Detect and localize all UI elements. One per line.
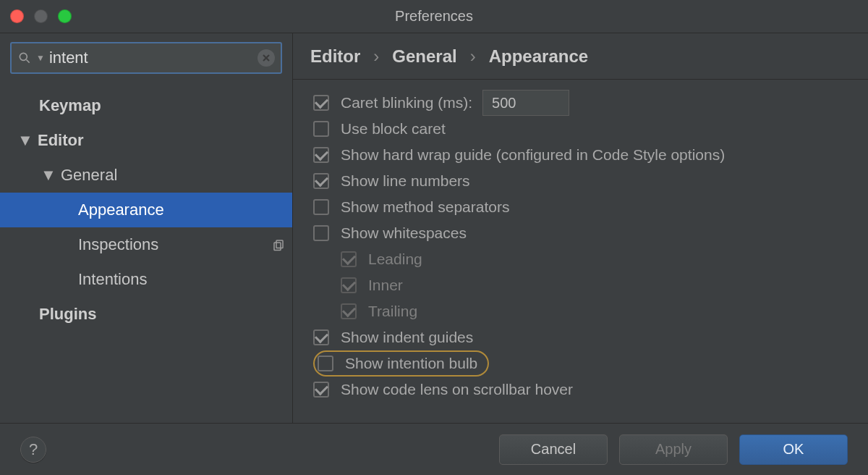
option-label: Show indent guides [341,329,473,346]
breadcrumb-appearance: Appearance [489,46,588,67]
option-row: Show hard wrap guide (configured in Code… [313,142,851,168]
breadcrumb-general[interactable]: General [392,46,456,67]
option-label: Trailing [368,303,417,320]
option-label: Caret blinking (ms): [341,94,472,112]
sidebar-item-label: Editor [38,131,84,150]
sidebar-item-keymap[interactable]: Keymap [0,88,292,123]
checkbox[interactable] [313,225,329,241]
svg-line-1 [27,60,30,63]
sidebar-item-label: Inspections [78,235,158,254]
caret-blink-input[interactable] [482,90,569,116]
sidebar-item-intentions[interactable]: Intentions [0,262,292,297]
cancel-button[interactable]: Cancel [499,434,608,465]
svg-rect-4 [276,240,283,248]
checkbox[interactable] [313,121,329,137]
option-row: Show code lens on scrollbar hover [313,377,851,403]
option-row: Show whitespaces [313,220,851,246]
sidebar-item-label: Keymap [39,96,101,115]
option-row: Show method separators [313,194,851,220]
main-body: ▼ Keymap▼Editor▼GeneralAppearanceInspect… [0,33,868,423]
window-title: Preferences [0,8,868,25]
checkbox[interactable] [318,356,333,371]
option-row: Leading [313,246,851,272]
dialog-footer: ? Cancel Apply OK [0,423,868,475]
sidebar-item-label: Intentions [78,270,147,289]
breadcrumb-editor[interactable]: Editor [310,46,360,67]
checkbox[interactable] [313,199,329,215]
options-panel: Caret blinking (ms):Use block caretShow … [293,80,868,423]
svg-rect-5 [274,243,281,251]
checkbox [341,251,357,267]
option-label: Show code lens on scrollbar hover [341,381,573,398]
option-label: Leading [368,251,422,268]
option-label: Show hard wrap guide (configured in Code… [341,146,725,164]
checkbox [341,303,357,319]
sidebar-item-label: General [61,166,117,185]
option-label: Show line numbers [341,172,470,190]
settings-tree: Keymap▼Editor▼GeneralAppearanceInspectio… [0,83,292,332]
option-label: Inner [368,277,403,294]
help-button[interactable]: ? [20,437,46,463]
sidebar-item-inspections[interactable]: Inspections [0,227,292,262]
search-icon [17,51,32,65]
option-row: Show indent guides [313,324,851,350]
option-row: Inner [313,272,851,298]
option-row: Use block caret [313,116,851,142]
checkbox[interactable] [313,95,329,111]
ok-button[interactable]: OK [739,434,848,465]
profile-scheme-icon [272,238,285,251]
sidebar: ▼ Keymap▼Editor▼GeneralAppearanceInspect… [0,33,293,423]
breadcrumb-sep: › [373,46,379,67]
sidebar-item-label: Plugins [39,305,96,324]
window-controls [0,9,72,23]
sidebar-item-label: Appearance [78,201,164,219]
checkbox[interactable] [313,329,329,345]
close-window-button[interactable] [10,9,24,23]
apply-button[interactable]: Apply [619,434,728,465]
sidebar-item-appearance[interactable]: Appearance [0,193,292,227]
option-row: Show intention bulb [313,350,851,377]
search-input[interactable] [49,49,253,67]
search-dropdown-icon[interactable]: ▼ [36,53,45,63]
option-label: Show method separators [341,198,509,216]
breadcrumb-sep: › [470,46,476,67]
search-wrap: ▼ [0,33,292,83]
sidebar-item-general[interactable]: ▼General [0,158,292,193]
minimize-window-button[interactable] [34,9,48,23]
checkbox[interactable] [313,147,329,163]
sidebar-item-plugins[interactable]: Plugins [0,297,292,332]
breadcrumb: Editor › General › Appearance [293,33,868,80]
option-row: Caret blinking (ms): [313,90,851,116]
clear-search-button[interactable] [258,49,275,67]
titlebar: Preferences [0,0,868,33]
option-label: Use block caret [341,120,446,138]
checkbox [341,277,357,293]
content-pane: Editor › General › Appearance Caret blin… [293,33,868,423]
svg-point-0 [20,53,27,60]
option-row: Trailing [313,298,851,324]
option-row: Show line numbers [313,168,851,194]
option-label: Show whitespaces [341,224,467,242]
option-label: Show intention bulb [345,355,477,372]
search-box[interactable]: ▼ [10,42,282,74]
checkbox[interactable] [313,382,329,398]
chevron-down-icon: ▼ [19,131,32,150]
checkbox[interactable] [313,173,329,189]
chevron-down-icon: ▼ [42,166,55,185]
sidebar-item-editor[interactable]: ▼Editor [0,123,292,158]
zoom-window-button[interactable] [58,9,72,23]
